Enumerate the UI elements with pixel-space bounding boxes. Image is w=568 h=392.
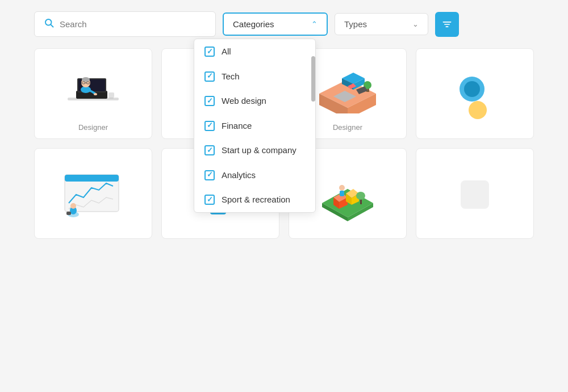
card-8[interactable] <box>416 148 534 239</box>
svg-rect-3 <box>444 24 450 25</box>
filter-button[interactable] <box>435 12 459 37</box>
svg-rect-10 <box>109 98 114 99</box>
category-finance[interactable]: Finance <box>194 113 315 138</box>
category-all-label: All <box>222 46 231 57</box>
scrollbar-thumb[interactable] <box>311 56 315 102</box>
card-label-1: Designer <box>78 123 108 132</box>
types-dropdown-button[interactable]: Types ⌄ <box>335 13 428 35</box>
card-illustration-1 <box>40 58 146 117</box>
category-sport-label: Sport & recreation <box>222 194 290 205</box>
category-webdesign-label: Web design <box>222 95 266 107</box>
checkbox-all[interactable] <box>204 47 215 57</box>
svg-point-43 <box>464 81 480 97</box>
checkbox-startup[interactable] <box>204 145 215 155</box>
search-box <box>34 11 216 37</box>
search-icon <box>44 18 54 31</box>
card-illustration-5 <box>40 158 146 231</box>
category-webdesign[interactable]: Web design <box>194 88 315 113</box>
checkbox-finance[interactable] <box>204 121 215 131</box>
checkbox-tech[interactable] <box>204 71 215 82</box>
category-finance-label: Finance <box>222 120 252 132</box>
category-analytics-label: Analytics <box>222 170 256 181</box>
card-4[interactable] <box>416 48 534 139</box>
category-startup[interactable]: Start up & company <box>194 138 315 163</box>
svg-point-44 <box>469 101 487 119</box>
categories-dropdown-button[interactable]: Categories ⌃ <box>223 12 328 36</box>
svg-line-1 <box>51 24 53 27</box>
svg-point-49 <box>70 203 76 209</box>
toolbar: Categories ⌃ Types ⌄ <box>34 11 534 37</box>
card-designer-1[interactable]: Designer <box>34 48 152 139</box>
svg-rect-50 <box>66 212 71 215</box>
svg-point-72 <box>339 185 345 191</box>
svg-rect-46 <box>65 175 119 182</box>
card-5[interactable] <box>34 148 152 239</box>
category-startup-label: Start up & company <box>222 145 296 156</box>
svg-point-17 <box>94 93 97 95</box>
categories-label: Categories <box>233 19 274 29</box>
checkbox-sport[interactable] <box>204 195 215 205</box>
main-container: Categories ⌃ Types ⌄ <box>0 0 568 392</box>
checkbox-webdesign[interactable] <box>204 96 215 106</box>
svg-point-13 <box>82 77 90 82</box>
category-tech-label: Tech <box>222 71 240 82</box>
svg-rect-74 <box>461 180 489 209</box>
card-illustration-8 <box>422 158 528 231</box>
svg-rect-9 <box>108 92 114 98</box>
category-all[interactable]: All <box>194 39 315 64</box>
card-illustration-4 <box>422 58 528 132</box>
chevron-up-icon: ⌃ <box>311 20 318 28</box>
types-label: Types <box>344 19 367 29</box>
card-label-3: Designer <box>333 123 362 132</box>
svg-rect-73 <box>340 191 344 196</box>
categories-dropdown-menu: All Tech Web design Finance Start up & c… <box>194 39 316 213</box>
checkbox-analytics[interactable] <box>204 170 215 180</box>
search-input[interactable] <box>60 19 206 29</box>
category-sport[interactable]: Sport & recreation <box>194 187 315 212</box>
chevron-down-icon: ⌄ <box>412 20 419 28</box>
category-analytics[interactable]: Analytics <box>194 163 315 188</box>
category-tech[interactable]: Tech <box>194 64 315 89</box>
dropdown-scroll[interactable]: All Tech Web design Finance Start up & c… <box>194 39 315 212</box>
svg-rect-4 <box>446 26 449 27</box>
svg-rect-2 <box>443 22 452 23</box>
svg-point-71 <box>356 192 365 200</box>
